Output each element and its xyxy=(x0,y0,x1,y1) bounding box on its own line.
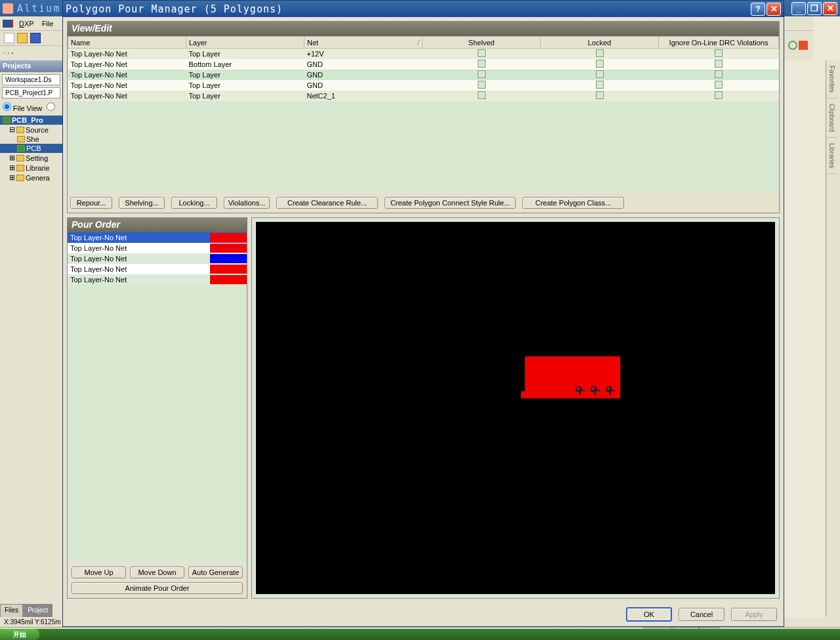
project-tree[interactable]: PCB_Pro ⊟Source She PCB ⊞Setting ⊞Librar… xyxy=(0,114,62,184)
pour-order-item[interactable]: Top Layer-No Net xyxy=(68,253,247,264)
shelved-checkbox[interactable] xyxy=(478,60,486,68)
tab-project[interactable]: Project xyxy=(23,604,52,617)
table-row[interactable]: Top Layer-No NetBottom LayerGND xyxy=(68,59,779,70)
tool-b-icon[interactable] xyxy=(12,53,13,54)
preview-polygon xyxy=(525,356,620,398)
col-locked[interactable]: Locked xyxy=(541,37,659,49)
ok-button[interactable]: OK xyxy=(626,607,672,622)
col-name[interactable]: Name xyxy=(68,37,186,49)
polygon-pour-manager-dialog: Polygon Pour Manager (5 Polygons) ? ✕ Vi… xyxy=(62,0,784,627)
right-side-panels: Favorites Clipboard Libraries xyxy=(826,60,840,640)
table-row[interactable]: Top Layer-No NetTop LayerGND xyxy=(68,80,779,91)
violations-button[interactable]: Violations... xyxy=(224,197,270,209)
locked-checkbox[interactable] xyxy=(596,70,604,78)
shelved-checkbox[interactable] xyxy=(478,49,486,57)
col-layer[interactable]: Layer xyxy=(186,37,304,49)
col-net[interactable]: Net/ xyxy=(304,37,423,49)
dialog-title: Polygon Pour Manager (5 Polygons) xyxy=(66,3,283,15)
locked-checkbox[interactable] xyxy=(596,60,604,68)
create-clearance-rule-button[interactable]: Create Clearance Rule... xyxy=(276,197,378,209)
tree-generated[interactable]: ⊞Genera xyxy=(0,173,62,182)
panel-clipboard[interactable]: Clipboard xyxy=(826,98,837,138)
table-row[interactable]: Top Layer-No NetTop LayerNetC2_1 xyxy=(68,91,779,101)
polygon-table[interactable]: Name Layer Net/ Shelved Locked Ignore On… xyxy=(68,36,779,101)
move-up-button[interactable]: Move Up xyxy=(72,566,126,578)
tree-settings[interactable]: ⊞Setting xyxy=(0,153,62,163)
apply-button[interactable]: Apply xyxy=(731,608,777,621)
view-edit-panel: View/Edit Name Layer Net/ Shelved Locked… xyxy=(67,21,780,213)
tree-pcb[interactable]: PCB xyxy=(0,144,62,153)
locking-button[interactable]: Locking... xyxy=(171,197,217,209)
open-icon[interactable] xyxy=(17,33,28,43)
dialog-title-bar[interactable]: Polygon Pour Manager (5 Polygons) ? ✕ xyxy=(63,1,784,17)
col-ignore[interactable]: Ignore On-Line DRC Violations xyxy=(659,37,779,49)
workspace-combo[interactable]: Workspace1.Ds xyxy=(2,74,60,85)
tree-sheet[interactable]: She xyxy=(0,135,62,144)
other-view-radio[interactable] xyxy=(47,102,55,111)
locked-checkbox[interactable] xyxy=(596,91,604,99)
pour-order-item[interactable]: Top Layer-No Net xyxy=(68,264,247,274)
search-icon[interactable] xyxy=(788,41,797,50)
shelved-checkbox[interactable] xyxy=(478,70,486,78)
locked-checkbox[interactable] xyxy=(596,81,604,89)
window-minimize-button[interactable]: _ xyxy=(791,2,806,15)
save-icon[interactable] xyxy=(30,33,41,43)
menu-dxp[interactable]: DXP xyxy=(16,18,37,29)
create-connect-rule-button[interactable]: Create Polygon Connect Style Rule... xyxy=(385,197,516,209)
tree-source[interactable]: ⊟Source xyxy=(0,125,62,135)
table-row[interactable]: Top Layer-No NetTop LayerGND xyxy=(68,70,779,80)
shelved-checkbox[interactable] xyxy=(478,91,486,99)
ruler-icon[interactable] xyxy=(799,41,808,50)
toolbar-row-1 xyxy=(0,31,62,45)
menu-file[interactable]: File xyxy=(39,18,57,29)
tab-files[interactable]: Files xyxy=(0,604,23,617)
layer-color-swatch xyxy=(210,275,247,284)
file-view-radio[interactable] xyxy=(3,102,11,111)
ignore-drc-checkbox[interactable] xyxy=(715,60,723,68)
ignore-drc-checkbox[interactable] xyxy=(715,81,723,89)
locked-checkbox[interactable] xyxy=(596,49,604,57)
start-button[interactable]: 开始 xyxy=(0,629,39,640)
move-down-button[interactable]: Move Down xyxy=(130,566,184,578)
dialog-footer: OK Cancel Apply xyxy=(63,603,784,626)
dialog-close-button[interactable]: ✕ xyxy=(766,3,781,16)
dialog-help-button[interactable]: ? xyxy=(751,3,765,16)
pour-order-buttons: Move Up Move Down Auto Generate Animate … xyxy=(68,563,247,598)
pour-order-header: Pour Order xyxy=(68,218,247,232)
preview-pad-1 xyxy=(576,386,582,393)
window-maximize-button[interactable]: ❐ xyxy=(807,2,822,15)
pour-order-panel: Pour Order Top Layer-No NetTop Layer-No … xyxy=(67,217,247,599)
view-mode-radios[interactable]: File View xyxy=(0,100,62,114)
cancel-button[interactable]: Cancel xyxy=(679,608,724,621)
table-row[interactable]: Top Layer-No NetTop Layer+12V xyxy=(68,49,779,60)
table-empty-area xyxy=(68,101,779,193)
tool-cursor-icon[interactable] xyxy=(4,53,5,54)
tool-a-icon[interactable] xyxy=(8,53,9,54)
app-name: Altium xyxy=(17,3,60,14)
view-edit-button-row: Repour... Shelving... Locking... Violati… xyxy=(68,193,779,213)
window-close-button[interactable]: ✕ xyxy=(823,2,837,15)
view-edit-header: View/Edit xyxy=(68,22,779,36)
ignore-drc-checkbox[interactable] xyxy=(715,91,723,99)
panel-favorites[interactable]: Favorites xyxy=(826,60,837,98)
new-icon[interactable] xyxy=(4,33,14,43)
tree-libraries[interactable]: ⊞Librarie xyxy=(0,163,62,173)
shelving-button[interactable]: Shelving... xyxy=(119,197,165,209)
project-combo[interactable]: PCB_Project1.P xyxy=(2,87,60,98)
pour-order-item[interactable]: Top Layer-No Net xyxy=(68,274,247,285)
repour-button[interactable]: Repour... xyxy=(70,197,112,209)
shelved-checkbox[interactable] xyxy=(478,81,486,89)
tree-project-root[interactable]: PCB_Pro xyxy=(0,116,62,125)
ignore-drc-checkbox[interactable] xyxy=(715,70,723,78)
pour-order-item[interactable]: Top Layer-No Net xyxy=(68,232,247,243)
auto-generate-button[interactable]: Auto Generate xyxy=(188,566,243,578)
ignore-drc-checkbox[interactable] xyxy=(715,49,723,57)
animate-pour-order-button[interactable]: Animate Pour Order xyxy=(72,582,243,594)
toolbar-row-2 xyxy=(0,45,62,60)
panel-libraries[interactable]: Libraries xyxy=(826,138,837,174)
pour-order-item[interactable]: Top Layer-No Net xyxy=(68,243,247,253)
create-polygon-class-button[interactable]: Create Polygon Class... xyxy=(522,197,624,209)
pour-order-list[interactable]: Top Layer-No NetTop Layer-No NetTop Laye… xyxy=(68,232,247,563)
preview-canvas[interactable] xyxy=(256,222,775,594)
col-shelved[interactable]: Shelved xyxy=(423,37,541,49)
